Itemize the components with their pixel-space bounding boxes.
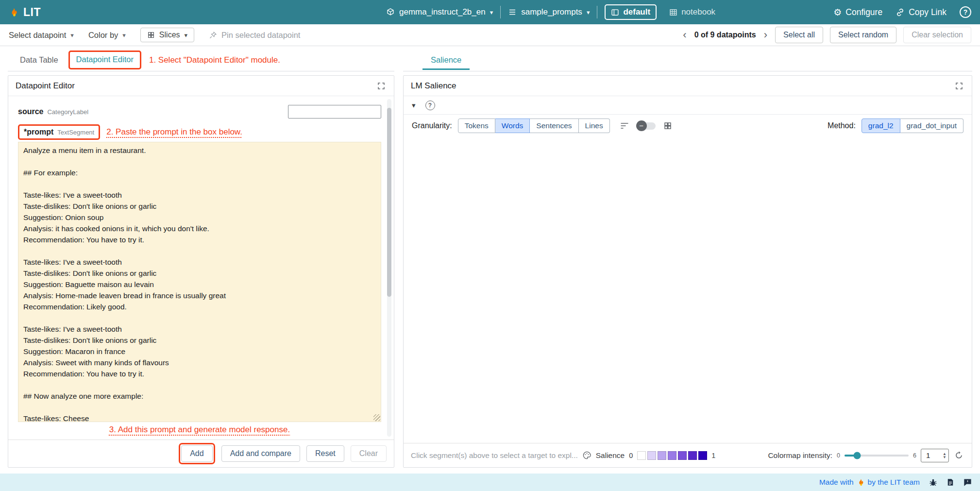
method-grad-dot-input-button[interactable]: grad_dot_input bbox=[900, 119, 963, 133]
configure-button[interactable]: ⚙ Configure bbox=[833, 7, 882, 17]
salience-swatch bbox=[698, 451, 707, 460]
salience-swatches bbox=[637, 451, 707, 460]
source-field-row: source CategoryLabel bbox=[18, 105, 381, 119]
expand-module-button[interactable] bbox=[376, 81, 387, 91]
cmap-toggle[interactable]: − bbox=[637, 122, 656, 130]
dataset-selector[interactable]: sample_prompts ▾ bbox=[508, 7, 590, 17]
selection-toolbar-right: ‹ 0 of 9 datapoints › Select all Select … bbox=[682, 27, 971, 43]
density-button[interactable] bbox=[619, 120, 630, 132]
left-tabs-row: Data Table Datapoint Editor 1. Select "D… bbox=[8, 49, 394, 71]
feedback-button[interactable] bbox=[962, 477, 973, 488]
reset-colormap-button[interactable] bbox=[953, 450, 964, 461]
docs-button[interactable] bbox=[945, 477, 956, 488]
module-scrollbar[interactable] bbox=[387, 99, 391, 437]
palette-icon bbox=[582, 451, 591, 460]
datapoint-counter: 0 of 9 datapoints bbox=[694, 31, 756, 39]
selection-toolbar: Select datapoint ▾ Color by ▾ Slices ▾ P… bbox=[0, 24, 980, 46]
fullscreen-icon bbox=[377, 82, 386, 90]
select-all-button[interactable]: Select all bbox=[775, 27, 823, 43]
annotation-3: 3. Add this prompt and generate model re… bbox=[18, 425, 381, 435]
topbar-divider bbox=[597, 6, 597, 18]
made-with-text: Made with by the LIT team bbox=[819, 478, 920, 487]
copy-link-button[interactable]: Copy Link bbox=[896, 7, 946, 17]
intensity-value: 1 bbox=[926, 451, 930, 459]
scrollbar-thumb[interactable] bbox=[387, 108, 391, 297]
pin-selected-button[interactable]: Pin selected datapoint bbox=[209, 31, 300, 40]
grid-view-button[interactable] bbox=[662, 120, 673, 131]
source-field-type: CategoryLabel bbox=[47, 108, 88, 116]
made-with-label: Made with bbox=[819, 478, 854, 487]
add-and-compare-button[interactable]: Add and compare bbox=[221, 445, 300, 462]
prompt-textarea-wrap: Analyze a menu item in a restaurant. ## … bbox=[18, 142, 381, 422]
clear-selection-button[interactable]: Clear selection bbox=[903, 27, 971, 43]
model-selector[interactable]: gemma_instruct_2b_en ▾ bbox=[386, 7, 493, 17]
lit-app: LIT gemma_instruct_2b_en ▾ sample_prompt… bbox=[0, 0, 980, 491]
workspace: Data Table Datapoint Editor 1. Select "D… bbox=[0, 46, 980, 474]
intensity-spinner: ▲ ▼ bbox=[943, 452, 946, 459]
gear-icon: ⚙ bbox=[833, 8, 842, 17]
left-module-group: Data Table Datapoint Editor 1. Select "D… bbox=[8, 49, 394, 474]
right-module-group: Salience LM Salience ▾ ? Granularity: To bbox=[403, 49, 972, 474]
link-icon bbox=[896, 8, 905, 17]
layout-default-button[interactable]: default bbox=[605, 4, 657, 20]
layout-notebook-label: notebook bbox=[681, 7, 715, 17]
slider-thumb[interactable] bbox=[854, 452, 861, 459]
bug-report-button[interactable] bbox=[928, 477, 939, 488]
layout-default-label: default bbox=[623, 7, 650, 17]
salience-view-controls: − bbox=[619, 120, 673, 132]
granularity-lines-button[interactable]: Lines bbox=[579, 119, 610, 133]
spinner-down-icon[interactable]: ▼ bbox=[943, 456, 946, 459]
fullscreen-icon bbox=[955, 82, 963, 90]
app-title: LIT bbox=[23, 6, 41, 19]
panel-splitter[interactable] bbox=[397, 49, 400, 474]
tab-data-table[interactable]: Data Table bbox=[12, 50, 67, 70]
datapoint-editor-body: source CategoryLabel *prompt TextSegment… bbox=[8, 96, 394, 440]
help-button[interactable]: ? bbox=[960, 6, 971, 18]
source-input[interactable] bbox=[288, 105, 381, 119]
refresh-icon bbox=[954, 451, 963, 460]
configure-label: Configure bbox=[845, 7, 882, 17]
tab-datapoint-editor[interactable]: Datapoint Editor bbox=[70, 52, 140, 68]
select-datapoint-dropdown[interactable]: Select datapoint ▾ bbox=[9, 31, 74, 40]
granularity-words-button[interactable]: Words bbox=[495, 119, 530, 133]
clear-button[interactable]: Clear bbox=[351, 445, 387, 462]
prompt-textarea[interactable]: Analyze a menu item in a restaurant. ## … bbox=[18, 142, 381, 422]
footer-icons bbox=[928, 477, 973, 488]
granularity-tokens-button[interactable]: Tokens bbox=[458, 119, 495, 133]
reset-button[interactable]: Reset bbox=[306, 445, 344, 462]
color-by-label: Color by bbox=[88, 31, 118, 40]
salience-swatch bbox=[637, 451, 646, 460]
expand-module-button[interactable] bbox=[954, 81, 964, 91]
resize-handle[interactable] bbox=[373, 414, 380, 421]
next-datapoint-button[interactable]: › bbox=[763, 30, 768, 40]
slices-button[interactable]: Slices ▾ bbox=[140, 28, 194, 42]
salience-swatch bbox=[647, 451, 656, 460]
prev-datapoint-button[interactable]: ‹ bbox=[682, 30, 687, 40]
method-grad-l2-button[interactable]: grad_l2 bbox=[862, 119, 900, 133]
dataset-selector-label: sample_prompts bbox=[521, 7, 582, 17]
method-label: Method: bbox=[828, 121, 856, 130]
add-button[interactable]: Add bbox=[181, 445, 212, 462]
granularity-sentences-button[interactable]: Sentences bbox=[530, 119, 578, 133]
caret-down-icon: ▾ bbox=[587, 9, 590, 16]
prompt-field-row: *prompt TextSegment 2. Paste the prompt … bbox=[18, 124, 381, 140]
annotation-box-1: Datapoint Editor bbox=[68, 51, 141, 69]
salience-swatch bbox=[668, 451, 676, 460]
tab-salience[interactable]: Salience bbox=[422, 50, 470, 70]
caret-down-icon: ▾ bbox=[122, 32, 126, 39]
prompt-field-name: *prompt bbox=[24, 128, 53, 136]
source-field-name: source bbox=[18, 107, 43, 116]
target-dropdown[interactable]: ▾ bbox=[412, 101, 416, 110]
select-random-button[interactable]: Select random bbox=[830, 27, 896, 43]
page-footer: Made with by the LIT team bbox=[0, 474, 980, 491]
lm-salience-title: LM Salience bbox=[411, 81, 456, 91]
color-by-dropdown[interactable]: Color by ▾ bbox=[88, 31, 126, 40]
intensity-input[interactable]: 1 ▲ ▼ bbox=[921, 449, 949, 462]
topbar-divider bbox=[500, 6, 501, 18]
dataset-icon bbox=[508, 8, 517, 17]
colormap-intensity-label: Colormap intensity: bbox=[768, 451, 832, 460]
salience-swatch bbox=[688, 451, 697, 460]
layout-notebook-button[interactable]: notebook bbox=[664, 5, 721, 19]
colormap-intensity-slider[interactable] bbox=[845, 455, 909, 457]
salience-help-icon[interactable]: ? bbox=[425, 101, 435, 110]
